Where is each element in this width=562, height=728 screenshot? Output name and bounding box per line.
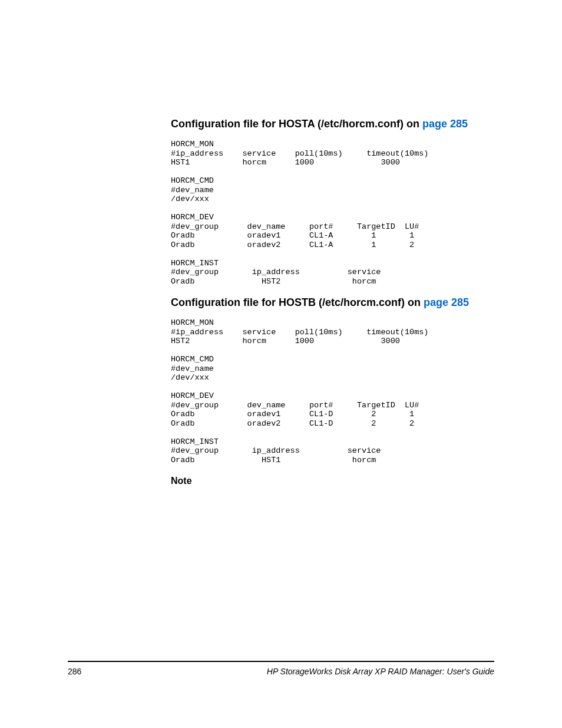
section-a-heading-text: Configuration file for HOSTA (/etc/horcm… bbox=[171, 118, 422, 130]
book-title: HP StorageWorks Disk Array XP RAID Manag… bbox=[267, 667, 494, 676]
section-b-config: HORCM_MON #ip_address service poll(10ms)… bbox=[171, 318, 494, 465]
section-b-heading: Configuration file for HOSTB (/etc/horcm… bbox=[171, 297, 494, 309]
section-a-config: HORCM_MON #ip_address service poll(10ms)… bbox=[171, 140, 494, 286]
page-number: 286 bbox=[68, 667, 81, 676]
section-a-heading-link[interactable]: page 285 bbox=[422, 118, 468, 130]
note-heading: Note bbox=[171, 476, 494, 486]
section-a-heading: Configuration file for HOSTA (/etc/horcm… bbox=[171, 118, 494, 130]
page-footer: 286 HP StorageWorks Disk Array XP RAID M… bbox=[68, 661, 494, 676]
section-b-heading-link[interactable]: page 285 bbox=[424, 297, 469, 308]
section-b-heading-text: Configuration file for HOSTB (/etc/horcm… bbox=[171, 297, 424, 308]
